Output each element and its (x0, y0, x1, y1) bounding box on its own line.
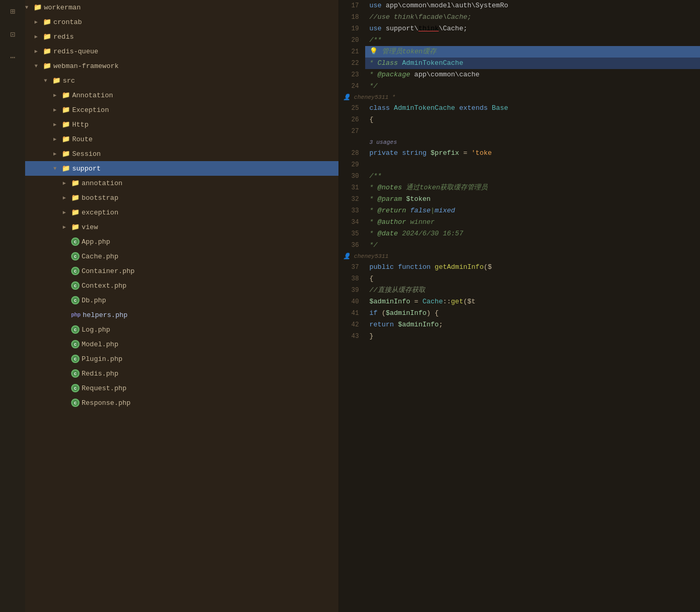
search-icon[interactable]: ⊡ (5, 27, 20, 42)
code-token: | (431, 207, 435, 214)
code-token (394, 263, 398, 271)
tree-arrow-annotation[interactable] (63, 180, 71, 186)
tree-label-Http: Http (72, 121, 88, 129)
code-token: * (369, 195, 378, 203)
c-file-icon-Cache.php: C (71, 252, 80, 260)
folder-icon-crontab: 📁 (43, 18, 51, 26)
code-token: public (369, 263, 394, 271)
tree-item-redis-queue[interactable]: 📁redis-queue (25, 44, 338, 59)
code-token: getAdminInfo (435, 263, 484, 271)
tree-arrow-workerman[interactable] (25, 5, 33, 10)
tree-item-Log.php[interactable]: CLog.php (25, 322, 338, 337)
source-control-icon[interactable]: ⋯ (5, 50, 20, 65)
line-number-28: 28 (339, 148, 365, 159)
tree-item-Exception[interactable]: 📁Exception (25, 103, 338, 117)
code-token: extends (459, 104, 488, 112)
code-token: * (369, 230, 378, 237)
code-token (394, 321, 398, 328)
line-content-31: * @notes 通过token获取缓存管理员 (365, 182, 700, 194)
tree-item-view[interactable]: 📁view (25, 220, 338, 234)
code-token: Base (492, 104, 508, 112)
tree-item-support[interactable]: 📁support (25, 161, 338, 176)
tree-arrow-Exception[interactable] (53, 107, 62, 113)
tree-item-annotation[interactable]: 📁annotation (25, 176, 338, 190)
code-token: false (410, 207, 431, 214)
tree-item-Plugin.php[interactable]: CPlugin.php (25, 352, 338, 366)
tree-item-exception[interactable]: 📁exception (25, 205, 338, 220)
line-number-30: 30 (339, 171, 365, 182)
code-token: \Cache; (439, 25, 468, 32)
code-line-26: 26{ (339, 114, 700, 126)
tree-arrow-Annotation[interactable] (53, 92, 62, 98)
tree-arrow-Session[interactable] (53, 151, 62, 157)
tree-item-Model.php[interactable]: CModel.php (25, 337, 338, 352)
tree-arrow-Route[interactable] (53, 136, 62, 142)
folder-icon-redis-queue: 📁 (43, 47, 51, 55)
tree-item-Cache.php[interactable]: CCache.php (25, 249, 338, 264)
code-token: @date (378, 230, 398, 237)
tree-arrow-exception[interactable] (63, 209, 71, 216)
tree-arrow-redis-queue[interactable] (35, 48, 43, 54)
code-token: = (410, 298, 422, 305)
tree-item-Redis.php[interactable]: CRedis.php (25, 366, 338, 381)
line-content-38: { (365, 273, 700, 285)
code-token: * (369, 207, 378, 214)
tree-label-webman-framework: webman-framework (53, 62, 119, 70)
tree-arrow-Http[interactable] (53, 121, 62, 128)
tree-arrow-support[interactable] (53, 166, 62, 172)
tree-arrow-webman-framework[interactable] (35, 63, 43, 69)
folder-icon-Http: 📁 (62, 120, 70, 129)
tree-item-App.php[interactable]: CApp.php (25, 234, 338, 249)
tree-item-src[interactable]: 📁src (25, 73, 338, 88)
c-file-icon-Model.php: C (71, 340, 80, 348)
tree-item-Request.php[interactable]: CRequest.php (25, 381, 338, 395)
line-content-34: * @author winner (365, 217, 700, 228)
line-number-23: 23 (339, 69, 365, 81)
line-number-36: 36 (339, 240, 365, 251)
code-token: @author (378, 218, 407, 226)
tree-arrow-crontab[interactable] (35, 19, 43, 25)
tree-item-webman-framework[interactable]: 📁webman-framework (25, 59, 338, 73)
tree-arrow-src[interactable] (44, 78, 52, 84)
tree-arrow-redis[interactable] (35, 33, 43, 40)
code-line-36: 36 */ (339, 240, 700, 251)
tree-item-helpers.php[interactable]: phphelpers.php (25, 308, 338, 322)
tree-item-Db.php[interactable]: CDb.php (25, 293, 338, 308)
line-content-35: * @date 2024/6/30 16:57 (365, 228, 700, 240)
tree-label-crontab: crontab (53, 18, 82, 26)
code-token (390, 104, 394, 112)
code-line-24: 24 */ (339, 81, 700, 92)
tree-label-bootstrap: bootstrap (82, 194, 118, 202)
line-content-40: $adminInfo = Cache::get($t (365, 296, 700, 308)
code-token (488, 104, 492, 112)
line-content-41: if ($adminInfo) { (365, 308, 700, 319)
tree-item-Context.php[interactable]: CContext.php (25, 278, 338, 293)
tree-arrow-view[interactable] (63, 224, 71, 230)
tree-item-redis[interactable]: 📁redis (25, 29, 338, 44)
code-token: @return (378, 207, 407, 214)
code-line-25: 25class AdminTokenCache extends Base (339, 103, 700, 114)
tree-item-Route[interactable]: 📁Route (25, 132, 338, 146)
usages-hint: 3 usages (339, 137, 700, 148)
tree-item-Response.php[interactable]: CResponse.php (25, 395, 338, 410)
tree-arrow-bootstrap[interactable] (63, 195, 71, 201)
tree-item-Container.php[interactable]: CContainer.php (25, 264, 338, 278)
files-icon[interactable]: ⊞ (5, 4, 20, 19)
tree-item-bootstrap[interactable]: 📁bootstrap (25, 190, 338, 205)
line-content-24: */ (365, 81, 700, 92)
line-content-23: * @package app\common\cache (365, 69, 700, 81)
code-line-43: 43 } (339, 331, 700, 342)
tree-item-Http[interactable]: 📁Http (25, 117, 338, 132)
code-token: support\ (386, 25, 418, 32)
line-number-17: 17 (339, 0, 365, 12)
code-token: ( (378, 309, 386, 317)
line-number-19: 19 (339, 23, 365, 35)
tree-item-Annotation[interactable]: 📁Annotation (25, 88, 338, 103)
code-token: winner (410, 218, 435, 226)
code-token: * (369, 59, 378, 67)
tree-item-crontab[interactable]: 📁crontab (25, 15, 338, 29)
code-token (378, 48, 382, 55)
tree-item-Session[interactable]: 📁Session (25, 146, 338, 161)
line-content-26: { (365, 114, 700, 126)
tree-item-workerman[interactable]: 📁workerman (25, 0, 338, 15)
